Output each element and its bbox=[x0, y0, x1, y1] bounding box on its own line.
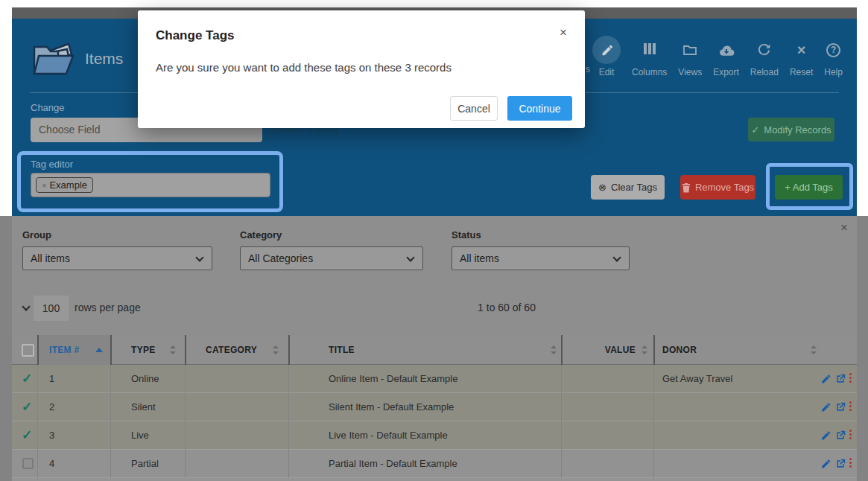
app-screen: Items Edit Columns Views bbox=[0, 0, 868, 481]
check-icon: ✓ bbox=[751, 124, 759, 136]
toolbar: Edit Columns Views Export bbox=[592, 36, 843, 77]
cancel-button[interactable]: Cancel bbox=[450, 96, 498, 121]
question-circle-icon: ? bbox=[826, 43, 840, 57]
cell-type: Live bbox=[131, 421, 149, 450]
col-header-category[interactable]: CATEGORY bbox=[206, 335, 257, 365]
page-size-chevron-icon[interactable] bbox=[22, 302, 30, 310]
row-selected-check-icon[interactable]: ✓ bbox=[22, 399, 32, 415]
toolbar-export-label: Export bbox=[713, 67, 739, 77]
toolbar-views[interactable]: Views bbox=[678, 36, 702, 77]
next-row-sliver bbox=[12, 478, 857, 481]
status-filter-value: All items bbox=[460, 252, 499, 264]
group-filter-select[interactable]: All items bbox=[22, 246, 212, 270]
items-folder-icon bbox=[30, 39, 79, 80]
row-open-external-icon[interactable] bbox=[835, 459, 846, 469]
table-row[interactable]: ✓ 1 Online Online Item - Default Example… bbox=[12, 365, 857, 393]
clear-tags-button[interactable]: ⊗ Clear Tags bbox=[591, 175, 665, 200]
cell-title: Partial Item - Default Example bbox=[329, 450, 457, 478]
col-header-donor[interactable]: DONOR bbox=[662, 335, 697, 365]
modal-message: Are you sure you want to add these tags … bbox=[156, 61, 452, 74]
table-header-row: ITEM # TYPE CATEGORY TITLE VALUE DONOR bbox=[12, 335, 857, 365]
modify-records-label: Modify Records bbox=[764, 124, 831, 136]
row-kebab-menu-icon[interactable] bbox=[849, 373, 852, 384]
page-size-select[interactable]: 100 bbox=[34, 296, 69, 321]
x-icon: × bbox=[797, 43, 806, 57]
continue-button[interactable]: Continue bbox=[507, 96, 572, 121]
page-title: Items bbox=[85, 50, 123, 68]
group-filter-label: Group bbox=[22, 229, 51, 241]
category-filter-select[interactable]: All Categories bbox=[240, 246, 423, 270]
toolbar-columns[interactable]: Columns bbox=[632, 36, 667, 77]
row-checkbox[interactable] bbox=[22, 458, 34, 469]
sort-icon[interactable] bbox=[811, 345, 817, 354]
trash-icon bbox=[682, 182, 691, 193]
toolbar-partial-label: s bbox=[586, 64, 590, 74]
toolbar-columns-label: Columns bbox=[632, 67, 667, 77]
row-edit-pencil-icon[interactable] bbox=[820, 459, 831, 469]
sort-icon[interactable] bbox=[642, 345, 647, 354]
cell-title: Online Item - Default Example bbox=[329, 365, 457, 393]
cell-item-number: 1 bbox=[49, 365, 54, 393]
category-filter-value: All Categories bbox=[248, 252, 313, 264]
row-open-external-icon[interactable] bbox=[835, 430, 846, 441]
columns-icon bbox=[643, 43, 656, 57]
pagination-range: 1 to 60 of 60 bbox=[447, 302, 566, 313]
toolbar-edit-label: Edit bbox=[599, 67, 615, 77]
row-open-external-icon[interactable] bbox=[835, 374, 846, 384]
row-edit-pencil-icon[interactable] bbox=[820, 430, 831, 441]
cell-item-number: 4 bbox=[49, 450, 54, 478]
toolbar-reload[interactable]: Reload bbox=[750, 36, 779, 77]
col-header-title[interactable]: TITLE bbox=[329, 335, 355, 365]
row-edit-pencil-icon[interactable] bbox=[820, 374, 831, 384]
remove-tags-button[interactable]: Remove Tags bbox=[680, 175, 755, 200]
sort-icon[interactable] bbox=[551, 345, 557, 354]
col-header-value[interactable]: VALUE bbox=[564, 335, 636, 365]
toolbar-reload-label: Reload bbox=[750, 67, 779, 77]
toolbar-export[interactable]: Export bbox=[713, 36, 739, 77]
chevron-down-icon bbox=[612, 253, 621, 261]
refresh-icon bbox=[757, 36, 771, 64]
cell-type: Silent bbox=[131, 393, 156, 421]
modal-title: Change Tags bbox=[156, 28, 234, 43]
col-header-item[interactable]: ITEM # bbox=[49, 335, 79, 365]
row-edit-pencil-icon[interactable] bbox=[820, 402, 831, 412]
row-selected-check-icon[interactable]: ✓ bbox=[22, 427, 32, 443]
cell-item-number: 2 bbox=[49, 393, 54, 421]
row-open-external-icon[interactable] bbox=[835, 402, 846, 412]
toolbar-reset[interactable]: × Reset bbox=[790, 36, 813, 77]
modify-records-button[interactable]: ✓ Modify Records bbox=[748, 118, 834, 141]
table-row[interactable]: 4 Partial Partial Item - Default Example bbox=[12, 450, 857, 478]
rows-per-page-label: rows per page bbox=[75, 302, 141, 313]
add-tags-highlight bbox=[766, 163, 853, 210]
row-selected-check-icon[interactable]: ✓ bbox=[22, 371, 32, 386]
sort-asc-icon[interactable] bbox=[95, 348, 103, 352]
clear-circle-icon: ⊗ bbox=[598, 182, 606, 193]
filter-close-icon[interactable]: × bbox=[840, 222, 848, 234]
sort-icon[interactable] bbox=[170, 345, 176, 354]
row-kebab-menu-icon[interactable] bbox=[849, 430, 852, 441]
col-header-type[interactable]: TYPE bbox=[131, 335, 156, 365]
status-filter-select[interactable]: All items bbox=[452, 246, 630, 270]
cell-type: Partial bbox=[131, 450, 159, 478]
folder-icon bbox=[682, 36, 697, 64]
cloud-download-icon bbox=[718, 36, 735, 64]
toolbar-edit[interactable]: Edit bbox=[592, 36, 621, 77]
category-filter-label: Category bbox=[240, 229, 282, 241]
toolbar-help[interactable]: ? Help bbox=[824, 36, 843, 77]
row-kebab-menu-icon[interactable] bbox=[849, 401, 852, 412]
modal-close-icon[interactable]: × bbox=[560, 25, 567, 40]
chevron-down-icon bbox=[406, 253, 414, 261]
table-row[interactable]: ✓ 3 Live Live Item - Default Example bbox=[12, 421, 857, 450]
toolbar-help-label: Help bbox=[824, 67, 843, 77]
filter-panel: × Group All items Category All Categorie… bbox=[12, 216, 857, 481]
pencil-icon bbox=[592, 36, 621, 64]
sort-icon[interactable] bbox=[273, 345, 279, 354]
select-all-checkbox[interactable] bbox=[22, 344, 34, 357]
cell-type: Online bbox=[131, 365, 159, 393]
tag-editor-highlight bbox=[17, 151, 283, 212]
clear-tags-label: Clear Tags bbox=[611, 182, 657, 193]
remove-tags-label: Remove Tags bbox=[695, 182, 754, 193]
table-row[interactable]: ✓ 2 Silent Silent Item - Default Example bbox=[12, 393, 857, 421]
cell-donor: Get Away Travel bbox=[662, 365, 732, 393]
row-kebab-menu-icon[interactable] bbox=[849, 458, 852, 469]
